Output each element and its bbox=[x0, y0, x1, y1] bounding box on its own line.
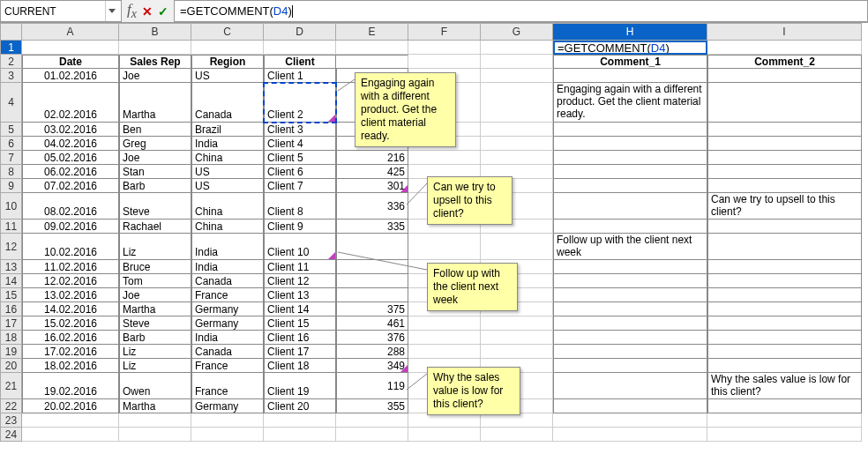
cell-D14[interactable]: Client 12 bbox=[264, 274, 336, 288]
cell-H15[interactable] bbox=[553, 288, 707, 302]
cell-D6[interactable]: Client 4 bbox=[264, 137, 336, 151]
cell-H16[interactable] bbox=[553, 302, 707, 316]
cell-H3[interactable] bbox=[553, 69, 707, 83]
cell-B16[interactable]: Martha bbox=[119, 302, 191, 316]
cell-G12[interactable] bbox=[481, 234, 553, 260]
cell-C3[interactable]: US bbox=[191, 69, 264, 83]
cell-H17[interactable] bbox=[553, 316, 707, 331]
row-header-18[interactable]: 18 bbox=[0, 331, 22, 345]
cell-C20[interactable]: France bbox=[191, 359, 264, 373]
cell-H9[interactable] bbox=[553, 179, 707, 193]
cell-I4[interactable] bbox=[707, 83, 862, 123]
cell-F24[interactable] bbox=[408, 428, 481, 442]
name-box-dropdown[interactable] bbox=[105, 1, 117, 21]
cell-B23[interactable] bbox=[119, 413, 191, 428]
row-header-24[interactable]: 24 bbox=[0, 428, 22, 442]
row-header-14[interactable]: 14 bbox=[0, 274, 22, 288]
cell-A9[interactable]: 07.02.2016 bbox=[22, 179, 119, 193]
cell-E19[interactable]: 288 bbox=[336, 345, 408, 359]
cell-F7[interactable] bbox=[408, 151, 481, 165]
cell-E22[interactable]: 355 bbox=[336, 399, 408, 413]
row-header-7[interactable]: 7 bbox=[0, 151, 22, 165]
cell-H22[interactable] bbox=[553, 399, 707, 413]
cell-B19[interactable]: Liz bbox=[119, 345, 191, 359]
cell-D15[interactable]: Client 13 bbox=[264, 288, 336, 302]
cell-A11[interactable]: 09.02.2016 bbox=[22, 220, 119, 234]
cell-C17[interactable]: Germany bbox=[191, 316, 264, 331]
cell-B8[interactable]: Stan bbox=[119, 165, 191, 179]
comment-note[interactable]: Can we try to upsell to this client? bbox=[427, 176, 513, 225]
cell-A23[interactable] bbox=[22, 413, 119, 428]
col-header-H[interactable]: H bbox=[553, 23, 707, 41]
cell-B18[interactable]: Barb bbox=[119, 331, 191, 345]
cell-G23[interactable] bbox=[481, 413, 553, 428]
cell-E11[interactable]: 335 bbox=[336, 220, 408, 234]
cell-E13[interactable] bbox=[336, 260, 408, 274]
row-header-20[interactable]: 20 bbox=[0, 359, 22, 373]
cell-G18[interactable] bbox=[481, 331, 553, 345]
cell-B10[interactable]: Steve bbox=[119, 193, 191, 220]
cell-F19[interactable] bbox=[408, 345, 481, 359]
cell-D18[interactable]: Client 16 bbox=[264, 331, 336, 345]
cell-G7[interactable] bbox=[481, 151, 553, 165]
cell-D10[interactable]: Client 8 bbox=[264, 193, 336, 220]
cell-I2[interactable]: Comment_2 bbox=[707, 55, 862, 69]
cell-A10[interactable]: 08.02.2016 bbox=[22, 193, 119, 220]
cell-F1[interactable] bbox=[408, 41, 481, 55]
cell-C8[interactable]: US bbox=[191, 165, 264, 179]
cell-F2[interactable] bbox=[408, 55, 481, 69]
cell-E1[interactable] bbox=[336, 41, 408, 55]
cell-G4[interactable] bbox=[481, 83, 553, 123]
cell-E10[interactable]: 336 bbox=[336, 193, 408, 220]
cell-I6[interactable] bbox=[707, 137, 862, 151]
col-header-C[interactable]: C bbox=[191, 23, 264, 41]
cell-F12[interactable] bbox=[408, 234, 481, 260]
cell-H1[interactable]: =GETCOMMENT(D4) bbox=[553, 41, 707, 55]
cell-H8[interactable] bbox=[553, 165, 707, 179]
cell-C18[interactable]: India bbox=[191, 331, 264, 345]
cell-A22[interactable]: 20.02.2016 bbox=[22, 399, 119, 413]
cell-H18[interactable] bbox=[553, 331, 707, 345]
cell-A16[interactable]: 14.02.2016 bbox=[22, 302, 119, 316]
cell-A3[interactable]: 01.02.2016 bbox=[22, 69, 119, 83]
cell-D13[interactable]: Client 11 bbox=[264, 260, 336, 274]
row-header-21[interactable]: 21 bbox=[0, 373, 22, 399]
cell-B12[interactable]: Liz bbox=[119, 234, 191, 260]
col-header-G[interactable]: G bbox=[481, 23, 553, 41]
col-header-F[interactable]: F bbox=[408, 23, 481, 41]
cell-A8[interactable]: 06.02.2016 bbox=[22, 165, 119, 179]
row-header-2[interactable]: 2 bbox=[0, 55, 22, 69]
cell-E23[interactable] bbox=[336, 413, 408, 428]
comment-note[interactable]: Why the sales value is low for this clie… bbox=[427, 367, 520, 415]
cell-C23[interactable] bbox=[191, 413, 264, 428]
cell-D8[interactable]: Client 6 bbox=[264, 165, 336, 179]
cell-H7[interactable] bbox=[553, 151, 707, 165]
cell-F18[interactable] bbox=[408, 331, 481, 345]
cell-H5[interactable] bbox=[553, 123, 707, 137]
cell-D24[interactable] bbox=[264, 428, 336, 442]
cell-A24[interactable] bbox=[22, 428, 119, 442]
row-header-12[interactable]: 12 bbox=[0, 234, 22, 260]
cell-A14[interactable]: 12.02.2016 bbox=[22, 274, 119, 288]
cell-C9[interactable]: US bbox=[191, 179, 264, 193]
formula-cancel-button[interactable]: ✕ bbox=[142, 4, 153, 19]
cell-G1[interactable] bbox=[481, 41, 553, 55]
cell-H2[interactable]: Comment_1 bbox=[553, 55, 707, 69]
cell-I21[interactable]: Why the sales value is low for this clie… bbox=[707, 373, 862, 399]
cell-B1[interactable] bbox=[119, 41, 191, 55]
cell-D5[interactable]: Client 3 bbox=[264, 123, 336, 137]
cell-D16[interactable]: Client 14 bbox=[264, 302, 336, 316]
cell-D11[interactable]: Client 9 bbox=[264, 220, 336, 234]
cell-A20[interactable]: 18.02.2016 bbox=[22, 359, 119, 373]
cell-I1[interactable] bbox=[707, 41, 862, 55]
cell-C12[interactable]: India bbox=[191, 234, 264, 260]
cell-I24[interactable] bbox=[707, 428, 862, 442]
cell-C24[interactable] bbox=[191, 428, 264, 442]
cell-E15[interactable] bbox=[336, 288, 408, 302]
cell-A4[interactable]: 02.02.2016 bbox=[22, 83, 119, 123]
cell-A17[interactable]: 15.02.2016 bbox=[22, 316, 119, 331]
cell-A21[interactable]: 19.02.2016 bbox=[22, 373, 119, 399]
cell-E20[interactable]: 349 bbox=[336, 359, 408, 373]
row-header-22[interactable]: 22 bbox=[0, 399, 22, 413]
cell-E18[interactable]: 376 bbox=[336, 331, 408, 345]
